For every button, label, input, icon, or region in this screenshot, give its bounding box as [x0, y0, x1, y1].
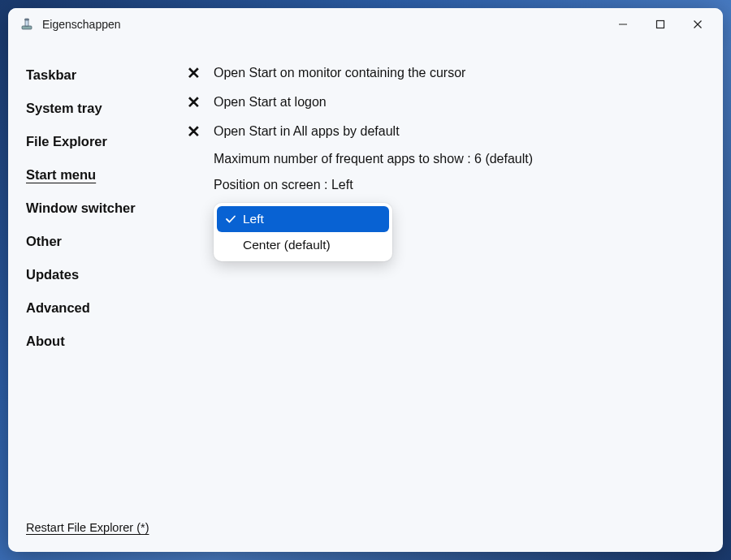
- restart-file-explorer-link[interactable]: Restart File Explorer (*): [24, 516, 175, 542]
- sidebar-item-start-menu[interactable]: Start menu: [24, 158, 175, 192]
- minimize-button[interactable]: [604, 11, 642, 37]
- dropdown-item-center[interactable]: Center (default): [217, 232, 389, 258]
- app-window: Eigenschappen Taskbar System tray File E…: [8, 8, 723, 552]
- sidebar-item-file-explorer[interactable]: File Explorer: [24, 125, 175, 158]
- sidebar-item-other[interactable]: Other: [24, 225, 175, 258]
- option-label: Position on screen : Left: [214, 178, 353, 192]
- x-icon: ✕: [184, 123, 202, 140]
- option-max-frequent-apps[interactable]: Maximum number of frequent apps to show …: [184, 146, 707, 172]
- dropdown-item-label: Center (default): [243, 238, 331, 252]
- option-label: Open Start at logon: [214, 95, 327, 110]
- position-dropdown[interactable]: Left Center (default): [214, 203, 392, 261]
- dropdown-item-left[interactable]: Left: [217, 206, 389, 232]
- dropdown-item-label: Left: [243, 212, 264, 226]
- sidebar-item-system-tray[interactable]: System tray: [24, 92, 175, 125]
- svg-rect-4: [657, 21, 664, 28]
- window-controls: [604, 11, 716, 37]
- option-open-start-logon[interactable]: ✕ Open Start at logon: [184, 88, 707, 117]
- sidebar-item-window-switcher[interactable]: Window switcher: [24, 192, 175, 225]
- svg-rect-0: [22, 26, 32, 29]
- window-body: Taskbar System tray File Explorer Start …: [8, 41, 723, 552]
- option-label: Open Start on monitor containing the cur…: [214, 66, 465, 80]
- option-position-on-screen[interactable]: Position on screen : Left: [184, 172, 707, 198]
- option-label: Maximum number of frequent apps to show …: [214, 152, 533, 166]
- window-title: Eigenschappen: [42, 18, 604, 31]
- check-icon: [225, 213, 236, 225]
- sidebar-spacer: [24, 358, 175, 516]
- option-label: Open Start in All apps by default: [214, 124, 400, 139]
- app-icon: [19, 17, 34, 32]
- option-open-start-cursor[interactable]: ✕ Open Start on monitor containing the c…: [184, 58, 707, 88]
- content-panel: ✕ Open Start on monitor containing the c…: [175, 58, 707, 542]
- titlebar: Eigenschappen: [8, 8, 723, 41]
- maximize-button[interactable]: [642, 11, 679, 37]
- sidebar: Taskbar System tray File Explorer Start …: [24, 58, 175, 542]
- svg-rect-2: [25, 19, 29, 20]
- sidebar-item-taskbar[interactable]: Taskbar: [24, 58, 175, 92]
- option-open-start-all-apps[interactable]: ✕ Open Start in All apps by default: [184, 117, 707, 146]
- sidebar-item-about[interactable]: About: [24, 325, 175, 358]
- sidebar-item-updates[interactable]: Updates: [24, 258, 175, 291]
- x-icon: ✕: [184, 64, 202, 82]
- close-button[interactable]: [679, 11, 716, 37]
- sidebar-item-advanced[interactable]: Advanced: [24, 291, 175, 325]
- x-icon: ✕: [184, 93, 202, 111]
